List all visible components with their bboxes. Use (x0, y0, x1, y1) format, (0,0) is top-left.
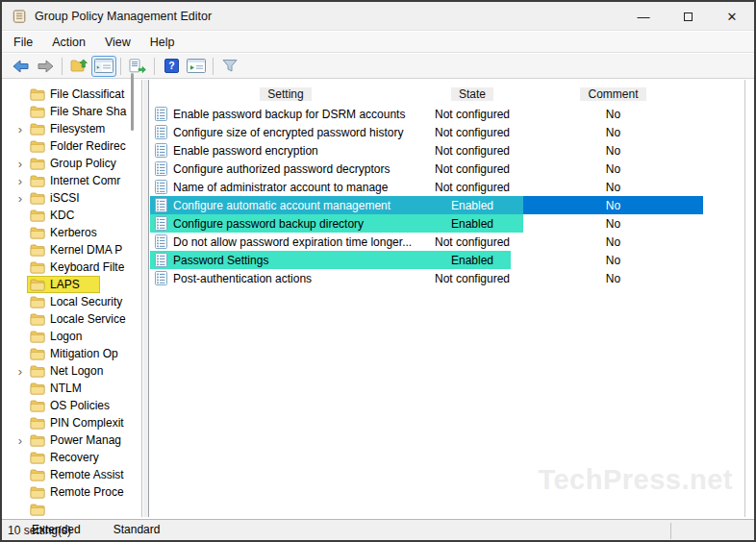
setting-row[interactable]: Configure authorized password decryptors… (150, 160, 703, 178)
folder-icon (30, 469, 45, 481)
tab-standard[interactable]: Standard (106, 522, 168, 538)
tree-item-label: Logon (50, 330, 82, 343)
tree-item-filesystem[interactable]: › Filesystem (4, 120, 141, 137)
tree-item-file-classificat[interactable]: › File Classificat (4, 86, 141, 103)
tree-item-os-policies[interactable]: › OS Policies (4, 397, 141, 414)
setting-name: Enable password encryption (173, 144, 318, 158)
folder-icon (30, 313, 45, 326)
tree-item-keyboard-filte[interactable]: › Keyboard Filte (4, 259, 141, 276)
column-header-comment[interactable]: Comment (523, 87, 703, 101)
setting-comment: No (523, 144, 703, 158)
column-header-setting[interactable]: Setting (150, 87, 421, 101)
minimize-button[interactable]: — (621, 2, 666, 31)
setting-row[interactable]: Configure automatic account management E… (150, 196, 703, 214)
tree-item-label: Kerberos (50, 226, 97, 239)
tree-item-iscsi[interactable]: › iSCSI (4, 189, 141, 207)
tree-item-internet-comr[interactable]: › Internet Comr (4, 172, 141, 189)
tree-item-folder-redirec[interactable]: › Folder Redirec (4, 137, 141, 155)
setting-name: Configure size of encrypted password his… (173, 126, 403, 139)
show-console-tree-icon[interactable] (91, 56, 116, 77)
tree-vertical-scrollbar[interactable] (131, 73, 134, 131)
setting-row[interactable]: Password Settings Enabled No (150, 251, 703, 269)
tree-item-remote-proce[interactable]: › Remote Proce (4, 483, 141, 501)
filter-icon[interactable] (217, 56, 242, 77)
settings-list-panel: Setting State Comment Enable password ba… (148, 80, 744, 517)
chevron-right-icon[interactable]: › (13, 191, 28, 206)
up-one-level-icon[interactable] (66, 56, 91, 77)
tree-item-label: Recovery (50, 451, 99, 464)
folder-icon (30, 296, 45, 308)
column-header-state[interactable]: State (421, 87, 523, 101)
policy-setting-icon (155, 234, 167, 249)
setting-row[interactable]: Name of administrator account to manage … (150, 178, 703, 196)
chevron-right-icon[interactable]: › (13, 364, 28, 379)
setting-state: Not configured (421, 235, 523, 249)
tree-item-logon[interactable]: › Logon (4, 328, 141, 345)
tab-extended[interactable]: Extended (24, 522, 88, 538)
chevron-right-icon[interactable]: › (13, 157, 28, 171)
tree-item-locale-service[interactable]: › Locale Service (4, 310, 141, 328)
setting-comment: No (523, 108, 703, 121)
tree-item-label: Filesystem (50, 122, 105, 136)
tree-item-recovery[interactable]: › Recovery (4, 449, 141, 466)
setting-name: Do not allow password expiration time lo… (173, 235, 412, 249)
tree-item-kernel-dma-p[interactable]: › Kernel DMA P (4, 241, 141, 259)
setting-comment: No (523, 217, 703, 231)
menu-item-action[interactable]: Action (42, 34, 95, 51)
chevron-right-icon[interactable]: › (13, 174, 28, 188)
title-bar: Group Policy Management Editor — ✕ (2, 2, 754, 31)
tree-item-label: Folder Redirec (50, 139, 126, 153)
setting-row[interactable]: Configure size of encrypted password his… (150, 123, 703, 141)
menu-item-file[interactable]: File (4, 34, 42, 51)
tree-item-group-policy[interactable]: › Group Policy (4, 155, 141, 172)
export-list-icon[interactable] (125, 56, 150, 77)
tree-item-file-share-sha[interactable]: › File Share Sha (4, 103, 141, 120)
tree-item-laps[interactable]: › LAPS (4, 276, 141, 293)
tree-item-label: OS Policies (50, 399, 110, 412)
folder-icon (30, 348, 45, 360)
policy-setting-icon (155, 143, 167, 158)
maximize-button[interactable] (666, 2, 710, 31)
setting-comment: No (523, 199, 703, 212)
tree-item-ntlm[interactable]: › NTLM (4, 380, 141, 397)
chevron-right-icon[interactable]: › (13, 122, 28, 136)
menu-item-help[interactable]: Help (140, 34, 185, 51)
tree-item-label: PIN Complexit (50, 416, 124, 430)
folder-icon (30, 209, 45, 222)
setting-state: Enabled (421, 217, 523, 231)
folder-icon (30, 140, 45, 153)
tree-item[interactable]: › (4, 501, 141, 517)
tree-item-label: Net Logon (50, 364, 103, 378)
status-bar-divider (670, 523, 671, 539)
tree-item-local-security[interactable]: › Local Security (4, 293, 141, 310)
setting-row[interactable]: Post-authentication actions Not configur… (150, 269, 703, 287)
tree-item-label: iSCSI (50, 191, 80, 205)
forward-arrow-icon[interactable] (33, 56, 58, 77)
console-tree-panel: › File Classificat › File Share Sha › (4, 80, 142, 517)
tree-item-net-logon[interactable]: › Net Logon (4, 362, 141, 380)
tree-item-label: Remote Assist (50, 468, 124, 481)
help-icon[interactable]: ? (159, 56, 184, 77)
folder-icon (30, 434, 45, 447)
tree-item-mitigation-op[interactable]: › Mitigation Op (4, 345, 141, 362)
setting-row[interactable]: Configure password backup directory Enab… (150, 214, 703, 233)
show-properties-icon[interactable] (184, 56, 209, 77)
menu-item-view[interactable]: View (95, 34, 140, 51)
tree-item-label: Locale Service (50, 312, 126, 326)
setting-row[interactable]: Do not allow password expiration time lo… (150, 233, 703, 251)
setting-row[interactable]: Enable password encryption Not configure… (150, 141, 703, 160)
chevron-right-icon[interactable]: › (13, 433, 28, 448)
setting-row[interactable]: Enable password backup for DSRM accounts… (150, 105, 703, 123)
folder-icon (30, 88, 45, 101)
setting-state: Not configured (421, 144, 523, 158)
tree-item-kdc[interactable]: › KDC (4, 207, 141, 224)
tree-item-power-manag[interactable]: › Power Manag (4, 431, 141, 449)
folder-icon (30, 400, 45, 412)
close-button[interactable]: ✕ (710, 2, 754, 31)
tree-item-pin-complexit[interactable]: › PIN Complexit (4, 414, 141, 431)
tree-item-kerberos[interactable]: › Kerberos (4, 224, 141, 241)
back-arrow-icon[interactable] (8, 56, 33, 77)
tree-item-remote-assist[interactable]: › Remote Assist (4, 466, 141, 483)
folder-icon (30, 486, 45, 499)
folder-icon (30, 452, 45, 464)
